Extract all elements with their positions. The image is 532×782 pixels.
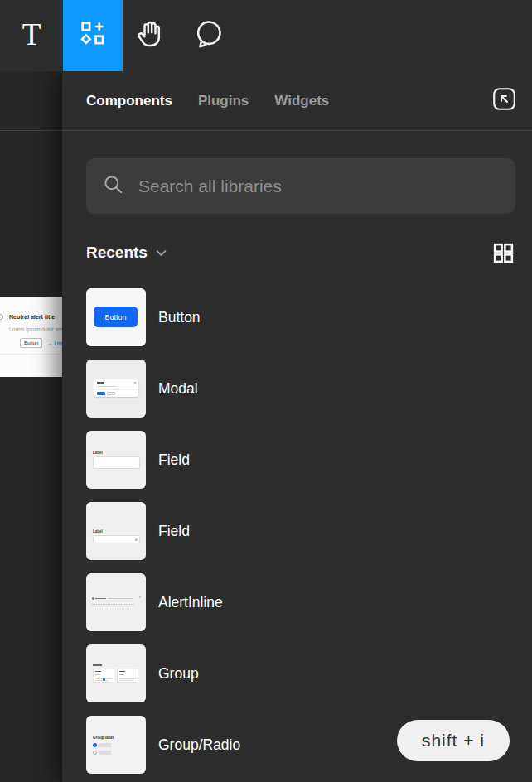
component-row-alertinline[interactable]: AlertInline	[86, 573, 515, 631]
assets-tool-button[interactable]	[63, 0, 123, 71]
component-label: Field	[158, 523, 190, 540]
chevron-down-icon[interactable]	[156, 249, 167, 257]
component-row-field-2[interactable]: Label Field	[86, 502, 515, 560]
component-list: Button Button Modal Label Field	[86, 288, 515, 782]
radio-on-icon	[93, 743, 97, 747]
group-radio-thumbnail: Group label	[86, 716, 146, 774]
pop-out-button[interactable]	[489, 86, 519, 116]
component-label: Modal	[158, 380, 198, 398]
search-icon	[102, 173, 124, 199]
mini-input	[93, 456, 140, 469]
shortcut-hint-badge: shift + i	[397, 720, 510, 761]
tab-widgets[interactable]: Widgets	[274, 93, 329, 109]
field-thumbnail: Label	[86, 431, 146, 489]
canvas-divider	[0, 130, 62, 131]
mini-field-label: Label	[93, 451, 103, 456]
assets-icon	[78, 19, 108, 52]
hand-tool-button[interactable]	[123, 0, 177, 71]
component-row-group[interactable]: Group	[86, 644, 515, 702]
mini-button: Button	[94, 307, 138, 327]
search-bar	[86, 158, 515, 214]
alert-button[interactable]: Button	[20, 338, 42, 348]
component-label: AlertInline	[158, 594, 223, 611]
panel-tabs: Components Plugins Widgets	[86, 93, 489, 109]
group-thumbnail	[86, 644, 146, 702]
alertinline-thumbnail	[86, 573, 146, 631]
mini-modal	[94, 379, 138, 397]
canvas-alert-card[interactable]: Neutral alert title Lorem ipsum dolor am…	[0, 297, 62, 377]
component-row-modal[interactable]: Modal	[86, 360, 515, 418]
grid-view-toggle[interactable]	[491, 240, 515, 265]
alert-card-divider	[0, 354, 62, 355]
button-thumbnail: Button	[86, 288, 146, 346]
field-thumbnail: Label	[86, 502, 146, 560]
component-row-button[interactable]: Button Button	[86, 288, 515, 346]
recents-row: Recents	[86, 239, 515, 266]
alert-title: Neutral alert title	[9, 314, 55, 320]
mini-input	[93, 535, 140, 543]
alert-body: Lorem ipsum dolor amet conse	[9, 326, 62, 332]
grid-icon	[492, 242, 515, 264]
component-label: Button	[158, 309, 201, 326]
mini-field-label: Label	[93, 530, 103, 534]
toolbar: T	[0, 0, 532, 71]
component-row-field[interactable]: Label Field	[86, 431, 515, 489]
alert-link[interactable]: → Link text	[47, 340, 62, 346]
arrow-nw-square-icon	[491, 86, 517, 115]
assets-panel: Components Plugins Widgets	[62, 71, 532, 782]
modal-thumbnail	[86, 360, 146, 418]
component-label: Group/Radio	[158, 736, 240, 754]
info-icon	[0, 314, 3, 320]
radio-off-icon	[93, 751, 97, 755]
panel-header: Components Plugins Widgets	[62, 71, 532, 131]
canvas-area: Neutral alert title Lorem ipsum dolor am…	[0, 71, 62, 782]
text-tool-button[interactable]: T	[0, 0, 63, 71]
component-label: Field	[158, 451, 190, 469]
search-input[interactable]	[138, 176, 500, 196]
comment-icon	[193, 18, 225, 53]
hand-icon	[133, 17, 167, 54]
text-tool-icon: T	[22, 19, 41, 53]
recents-title: Recents	[86, 244, 148, 262]
figma-window: T	[0, 0, 532, 782]
component-label: Group	[158, 665, 199, 683]
comment-tool-button[interactable]	[177, 0, 240, 71]
tab-plugins[interactable]: Plugins	[198, 93, 249, 109]
mini-radio-group-label: Group label	[93, 736, 114, 741]
tab-components[interactable]: Components	[86, 93, 172, 109]
